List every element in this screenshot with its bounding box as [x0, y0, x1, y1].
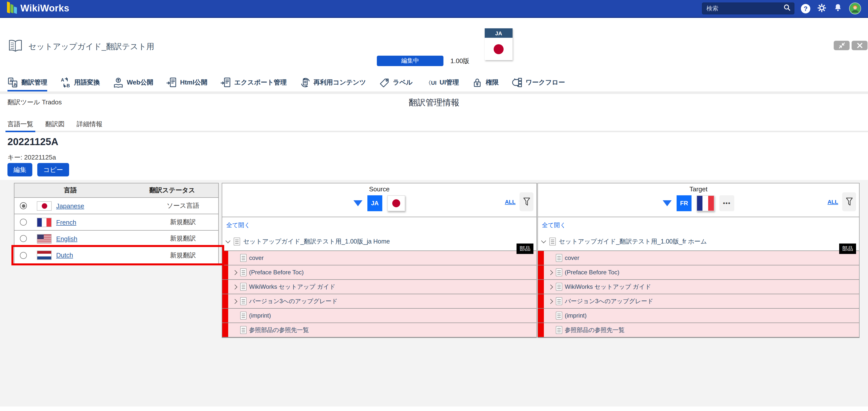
document-icon [556, 297, 562, 305]
search-icon[interactable] [783, 4, 791, 13]
france-flag-icon [37, 217, 52, 227]
wikiworks-logo[interactable]: WikiWorks [7, 1, 69, 15]
toolbar-item-export-management[interactable]: エクスポート管理 [220, 73, 287, 91]
target-language-chip[interactable]: FR [677, 195, 691, 211]
status-dutch: 新規翻訳 [148, 251, 218, 260]
source-all-link[interactable]: ALL [505, 199, 516, 205]
usa-flag-icon [37, 234, 52, 243]
target-filter-icon[interactable] [842, 192, 856, 211]
settings-button[interactable] [817, 3, 827, 14]
target-panel-title: Target [538, 183, 859, 193]
help-button[interactable]: ? [801, 4, 810, 13]
target-france-flag-tile[interactable] [696, 195, 714, 211]
source-filter-icon[interactable] [520, 192, 533, 211]
source-tree-row[interactable]: バージョン3へのアップグレード [222, 294, 536, 308]
lock-icon [472, 77, 483, 88]
target-more-languages-button[interactable]: ••• [719, 195, 734, 211]
source-tree: 全て開く セットアップガイド_翻訳テスト用_1.00版_ja Home 部品 c… [222, 217, 536, 338]
source-tree-row[interactable]: WikiWorks セットアップ ガイド [222, 279, 536, 294]
target-tree-row[interactable]: WikiWorks セットアップ ガイド [538, 279, 859, 294]
document-language-selector[interactable]: JA [485, 28, 513, 60]
toolbar-item-reuse-content[interactable]: 再利用コンテンツ [300, 73, 366, 91]
toolbar-item-ui-management[interactable]: 〈UI〉 UI管理 [426, 73, 459, 91]
chevron-right-icon[interactable] [232, 299, 237, 304]
web-publish-icon [113, 77, 124, 88]
source-panel: Source JA ALL 全て開く セットアッ [222, 183, 537, 338]
source-tree-row[interactable]: (Preface Before Toc) [222, 265, 536, 279]
table-row-french: French 新規翻訳 [14, 214, 218, 230]
copy-button[interactable]: コピー [37, 163, 69, 177]
close-window-button[interactable] [851, 41, 868, 50]
source-language-chip[interactable]: JA [367, 195, 382, 211]
document-icon [556, 326, 562, 334]
chevron-right-icon[interactable] [548, 299, 553, 304]
document-icon [556, 312, 562, 320]
tab-language-list[interactable]: 言語一覧 [7, 117, 33, 131]
book-icon [7, 39, 23, 55]
page-title: 翻訳管理情報 [0, 97, 868, 108]
target-tree-row[interactable]: バージョン3へのアップグレード [538, 294, 859, 308]
svg-text:A: A [61, 77, 64, 83]
target-panel: Target FR ••• ALL 全て開く [537, 183, 860, 338]
source-expand-all-link[interactable]: 全て開く [226, 221, 250, 230]
target-all-link[interactable]: ALL [828, 199, 838, 205]
toolbar-item-permissions[interactable]: 権限 [472, 73, 499, 91]
target-parts-badge: 部品 [839, 244, 856, 254]
target-tree-row[interactable]: cover [538, 251, 859, 265]
chevron-down-icon[interactable] [541, 238, 546, 243]
source-japan-flag-tile[interactable] [387, 195, 405, 211]
target-tree-row[interactable]: (Preface Before Toc) [538, 265, 859, 279]
user-avatar[interactable] [849, 2, 861, 14]
target-tree-row[interactable]: 参照部品の参照先一覧 [538, 322, 859, 337]
feature-toolbar: Aあ 翻訳管理 AB 用語変換 Web公開 Html公開 エクス [0, 73, 868, 91]
toolbar-item-workflow[interactable]: ワークフロー [512, 73, 565, 91]
document-icon [556, 283, 562, 291]
source-tree-row[interactable]: 参照部品の参照先一覧 [222, 322, 536, 337]
language-link-french[interactable]: French [56, 218, 76, 226]
chevron-right-icon[interactable] [232, 270, 237, 275]
toolbar-item-translation-management[interactable]: Aあ 翻訳管理 [7, 73, 47, 91]
language-table: 言語 翻訳ステータス Japanese ソース言語 French 新規翻訳 En… [14, 183, 219, 264]
ui-brackets-icon: 〈UI〉 [426, 77, 436, 88]
search-box[interactable] [702, 2, 795, 14]
source-tree-row[interactable]: (imprint) [222, 308, 536, 322]
tab-detail-info[interactable]: 詳細情報 [76, 117, 102, 131]
html-publish-icon [166, 77, 177, 88]
toolbar-item-web-publish[interactable]: Web公開 [113, 73, 153, 91]
tab-bar: 言語一覧 翻訳図 詳細情報 [7, 117, 868, 132]
tag-icon [379, 77, 390, 88]
toolbar-item-html-publish[interactable]: Html公開 [166, 73, 207, 91]
toolbar-item-term-conversion[interactable]: AB 用語変換 [60, 73, 100, 91]
target-root-row[interactable]: セットアップガイド_翻訳テスト用_1.00版_fr ホーム 部品 [538, 232, 859, 251]
tab-translation-diagram[interactable]: 翻訳図 [45, 117, 65, 131]
document-icon [556, 268, 562, 276]
language-link-japanese[interactable]: Japanese [56, 202, 84, 210]
target-language-dropdown-icon[interactable] [663, 200, 672, 206]
document-title: セットアップガイド_翻訳テスト用 [28, 41, 154, 52]
target-tree-row[interactable]: (imprint) [538, 308, 859, 322]
chevron-right-icon[interactable] [548, 284, 553, 289]
source-tree-row[interactable]: cover [222, 251, 536, 265]
svg-text:あ: あ [13, 82, 17, 87]
toolbar-item-label[interactable]: UI管理 ラベル [379, 73, 413, 91]
radio-english[interactable] [20, 235, 27, 242]
column-header-language: 言語 [14, 186, 126, 195]
search-input[interactable] [707, 5, 783, 12]
radio-dutch[interactable] [20, 252, 27, 259]
term-conversion-icon: AB [60, 77, 71, 88]
source-root-row[interactable]: セットアップガイド_翻訳テスト用_1.00版_ja Home 部品 [222, 232, 536, 251]
status-english: 新規翻訳 [148, 234, 218, 243]
edit-button[interactable]: 編集 [7, 163, 32, 177]
radio-japanese[interactable] [20, 202, 27, 209]
source-language-dropdown-icon[interactable] [353, 200, 363, 206]
language-code-label: JA [485, 28, 513, 38]
chevron-right-icon[interactable] [232, 284, 237, 289]
collapse-window-button[interactable] [834, 41, 849, 50]
notifications-button[interactable] [833, 3, 843, 14]
language-link-english[interactable]: English [56, 235, 77, 242]
chevron-down-icon[interactable] [225, 238, 230, 243]
chevron-right-icon[interactable] [548, 270, 553, 275]
radio-french[interactable] [20, 219, 27, 226]
language-link-dutch[interactable]: Dutch [56, 251, 73, 259]
target-expand-all-link[interactable]: 全て開く [542, 221, 566, 230]
